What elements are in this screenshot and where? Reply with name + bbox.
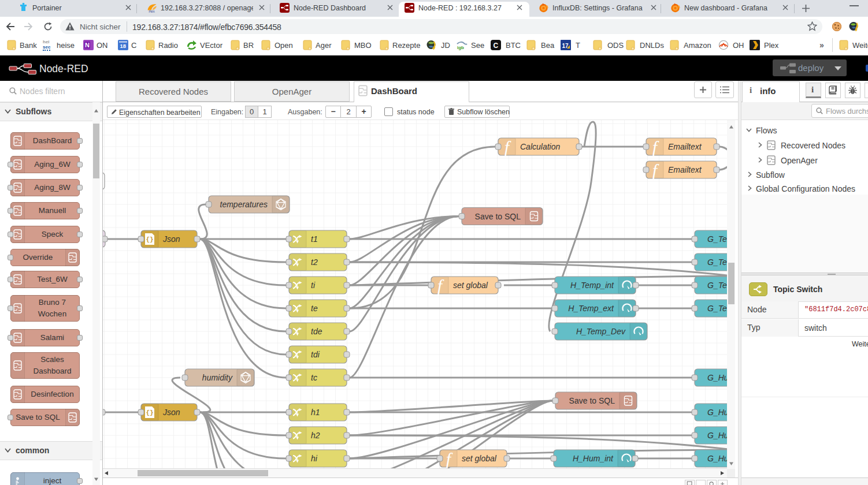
svg-text:h2: h2 xyxy=(311,431,320,440)
svg-text:{}: {} xyxy=(146,409,153,416)
svg-text:Emailtext: Emailtext xyxy=(668,165,702,174)
svg-text:Json: Json xyxy=(162,408,180,417)
svg-text:hi: hi xyxy=(311,454,318,463)
svg-text:Save to SQL: Save to SQL xyxy=(569,396,615,405)
svg-text:G_Hum: G_Hum xyxy=(707,454,727,463)
svg-text:h1: h1 xyxy=(311,408,320,417)
svg-text:tde: tde xyxy=(311,327,322,336)
svg-text:H_Hum_int: H_Hum_int xyxy=(573,454,614,463)
svg-text:t1: t1 xyxy=(311,234,318,244)
svg-text:tdi: tdi xyxy=(311,350,320,359)
svg-text:G_Hum: G_Hum xyxy=(707,408,727,417)
svg-text:G_Temp: G_Temp xyxy=(707,281,727,290)
svg-text:C: C xyxy=(494,42,499,50)
svg-text:temperatures: temperatures xyxy=(220,200,268,209)
svg-text:Emailtext: Emailtext xyxy=(668,142,702,151)
svg-text:humidity: humidity xyxy=(202,373,233,382)
svg-text:H_Temp_Dev: H_Temp_Dev xyxy=(576,327,626,336)
svg-text:tc: tc xyxy=(311,373,317,382)
svg-text:igb: igb xyxy=(457,45,464,50)
svg-text:PMA: PMA xyxy=(149,10,155,13)
svg-text:G_Hum: G_Hum xyxy=(707,431,727,440)
svg-text:te: te xyxy=(311,304,318,313)
svg-text:G_Temp: G_Temp xyxy=(707,234,727,244)
svg-text:G_Temp: G_Temp xyxy=(707,304,727,313)
svg-text:set global: set global xyxy=(462,454,497,463)
svg-text:set global: set global xyxy=(453,281,488,290)
svg-text:ti: ti xyxy=(311,281,316,290)
svg-text:t2: t2 xyxy=(311,258,318,267)
svg-text:G_Temp: G_Temp xyxy=(707,258,727,267)
svg-text:Calculation: Calculation xyxy=(520,142,560,151)
svg-text:{}: {} xyxy=(146,236,153,243)
svg-text:G_Hum: G_Hum xyxy=(707,373,727,382)
svg-text:H_Temp_int: H_Temp_int xyxy=(570,281,614,290)
svg-text:Json: Json xyxy=(162,234,180,244)
svg-text:Save to SQL: Save to SQL xyxy=(475,212,521,221)
svg-text:H_Temp_ext: H_Temp_ext xyxy=(568,304,614,313)
svg-text:18: 18 xyxy=(120,43,127,49)
svg-text:N: N xyxy=(85,42,90,48)
